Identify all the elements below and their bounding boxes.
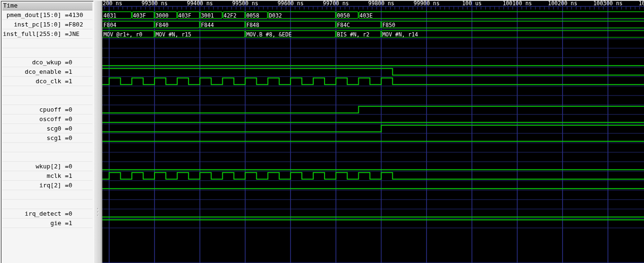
signal-row-dco_wkup[interactable]: dco_wkup =0 bbox=[2, 58, 92, 67]
bus-value-label: F848 bbox=[246, 22, 260, 28]
signal-name: scg1 bbox=[2, 134, 61, 141]
waveform-canvas[interactable]: 99200 ns99300 ns99400 ns99500 ns99600 ns… bbox=[102, 0, 644, 263]
bus-value-label: 3001 bbox=[201, 12, 214, 19]
blank-trace-row[interactable] bbox=[2, 200, 92, 209]
signal-name: inst_pc[15:0] bbox=[2, 21, 61, 28]
timeline-label: 99200 ns bbox=[102, 0, 122, 7]
bus-value-label: F84C bbox=[337, 22, 350, 28]
signal-name: dco_enable bbox=[2, 68, 61, 75]
signal-row-pmem_dout[15:0][interactable]: pmem_dout[15:0] =4130 bbox=[2, 10, 92, 20]
signal-value: =4130 bbox=[61, 11, 83, 18]
time-column-header[interactable]: Time bbox=[2, 2, 92, 11]
signal-value: =0 bbox=[61, 125, 72, 132]
signal-value: =0 bbox=[61, 182, 72, 189]
timeline-label: 99900 ns bbox=[414, 0, 440, 7]
signal-row-scg1[interactable]: scg1 =0 bbox=[2, 133, 92, 143]
bus-value-label: F844 bbox=[201, 22, 214, 28]
blank-trace-row[interactable] bbox=[2, 86, 92, 96]
bus-value-label: D032 bbox=[269, 12, 281, 19]
timeline-label: 99800 ns bbox=[368, 0, 394, 7]
signal-value: =0 bbox=[61, 106, 72, 113]
timeline-label: 99600 ns bbox=[278, 0, 304, 7]
bus-value-label: F840 bbox=[155, 22, 169, 28]
bus-value-label: 0050 bbox=[337, 12, 350, 19]
signal-row-cpuoff[interactable]: cpuoff =0 bbox=[2, 105, 92, 114]
bus-value-label: MOV.B #8, &EDE bbox=[246, 31, 292, 38]
gtkwave-window: { "window_title": "GTKWave - waveform vi… bbox=[0, 0, 644, 263]
signal-row-inst_full[255:0][interactable]: inst_full[255:0] =JNE bbox=[2, 29, 92, 39]
timeline-label: 100200 ns bbox=[548, 0, 577, 7]
bus-value-label: MOV @r1+, r0 bbox=[103, 31, 142, 38]
scrollbar-grip-dot bbox=[97, 211, 99, 213]
signal-list: pmem_dout[15:0] =4130inst_pc[15:0] =F802… bbox=[2, 10, 92, 263]
bus-value-label: MOV #N, r14 bbox=[382, 31, 418, 38]
timeline-label: 100300 ns bbox=[593, 0, 623, 7]
bus-value-label: BIS #N, r2 bbox=[337, 31, 370, 38]
signal-name: wkup[2] bbox=[2, 163, 61, 170]
signal-name: mclk bbox=[2, 172, 61, 179]
signal-row-dco_enable[interactable]: dco_enable =1 bbox=[2, 67, 92, 77]
signal-value: =1 bbox=[61, 219, 72, 227]
bus-value-label: 0058 bbox=[246, 12, 260, 19]
signal-row-irq_detect[interactable]: irq_detect =0 bbox=[2, 209, 92, 219]
blank-trace-row[interactable] bbox=[2, 96, 92, 105]
signal-row-gie[interactable]: gie =1 bbox=[2, 219, 92, 228]
timeline-label: 100400 ns bbox=[639, 0, 644, 7]
signal-row-dco_clk[interactable]: dco_clk =1 bbox=[2, 77, 92, 86]
signal-name: irq[2] bbox=[2, 182, 61, 189]
signal-name: irq_detect bbox=[2, 210, 61, 217]
signal-row-mclk[interactable]: mclk =1 bbox=[2, 171, 92, 181]
signal-value: =1 bbox=[61, 78, 72, 85]
signal-value: =0 bbox=[61, 163, 72, 170]
signal-name: gie bbox=[2, 219, 61, 227]
signal-value: =0 bbox=[61, 59, 72, 66]
bus-value-label: 403F bbox=[133, 12, 146, 19]
bus-value-label: F850 bbox=[382, 22, 396, 28]
bus-value-label: MOV #N, r15 bbox=[155, 31, 191, 38]
signal-name: dco_wkup bbox=[2, 59, 61, 66]
signal-name: cpuoff bbox=[2, 106, 61, 113]
signal-value: =0 bbox=[61, 210, 72, 217]
blank-trace-row[interactable] bbox=[2, 152, 92, 162]
signal-row-oscoff[interactable]: oscoff =0 bbox=[2, 114, 92, 124]
bus-value-label: 403F bbox=[178, 12, 191, 19]
signal-name: oscoff bbox=[2, 115, 61, 123]
scrollbar-grip-dot bbox=[97, 208, 99, 210]
timeline-label: 99500 ns bbox=[232, 0, 258, 7]
signal-row-wkup[2][interactable]: wkup[2] =0 bbox=[2, 162, 92, 171]
bus-value-label: 4031 bbox=[103, 12, 117, 19]
blank-trace-row[interactable] bbox=[2, 48, 92, 58]
timeline-label: 100 us bbox=[462, 0, 481, 7]
blank-trace-row[interactable] bbox=[2, 143, 92, 152]
timeline-label: 100100 ns bbox=[503, 0, 532, 7]
blank-trace-row[interactable] bbox=[2, 39, 92, 48]
bus-value-label: 403E bbox=[360, 12, 373, 19]
wave-area: 99200 ns99300 ns99400 ns99500 ns99600 ns… bbox=[102, 0, 644, 263]
bus-value-label: 3000 bbox=[155, 12, 169, 19]
signal-row-irq[2][interactable]: irq[2] =0 bbox=[2, 181, 92, 190]
signal-name: pmem_dout[15:0] bbox=[2, 11, 61, 18]
signal-row-scg0[interactable]: scg0 =0 bbox=[2, 124, 92, 133]
signal-value: =0 bbox=[61, 115, 72, 123]
signal-value: =0 bbox=[61, 134, 72, 141]
signal-value: =F802 bbox=[61, 21, 83, 28]
signal-name-panel: Time pmem_dout[15:0] =4130inst_pc[15:0] … bbox=[1, 1, 94, 263]
timeline-label: 99700 ns bbox=[323, 0, 349, 7]
bus-value-label: 42F2 bbox=[224, 12, 236, 19]
signal-name: scg0 bbox=[2, 125, 61, 132]
blank-trace-row[interactable] bbox=[2, 190, 92, 200]
signal-value: =1 bbox=[61, 68, 72, 75]
scrollbar-grip-dot bbox=[97, 215, 99, 216]
bus-value-label: F804 bbox=[103, 22, 117, 28]
timeline-label: 99400 ns bbox=[187, 0, 213, 7]
signal-panel-scrollbar[interactable] bbox=[93, 1, 102, 263]
signal-name: dco_clk bbox=[2, 78, 61, 85]
signal-value: =1 bbox=[61, 172, 72, 179]
signal-row-inst_pc[15:0][interactable]: inst_pc[15:0] =F802 bbox=[2, 20, 92, 29]
signal-value: =JNE bbox=[61, 30, 80, 37]
timeline-label: 99300 ns bbox=[142, 0, 168, 7]
signal-name: inst_full[255:0] bbox=[2, 30, 61, 37]
